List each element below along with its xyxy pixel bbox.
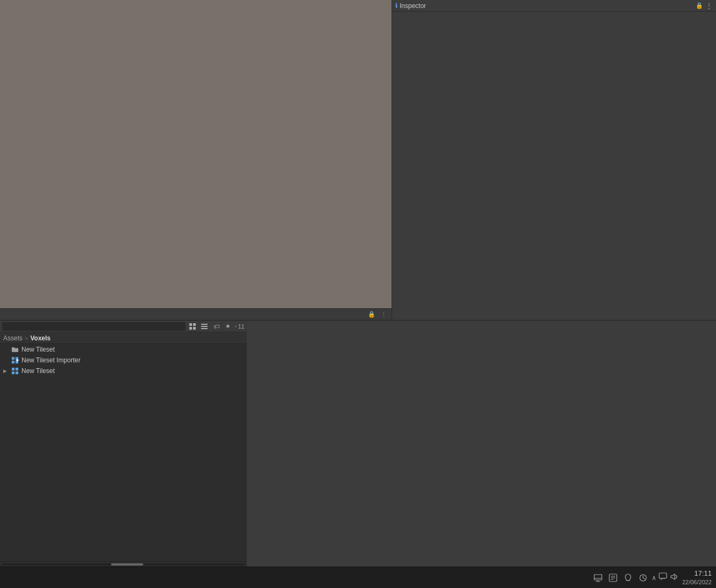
tileset-icon-2 <box>11 356 19 364</box>
svg-rect-0 <box>189 323 192 326</box>
scene-viewport <box>0 0 392 308</box>
svg-rect-15 <box>12 371 14 374</box>
assets-icon-grid[interactable] <box>188 322 197 331</box>
breadcrumb: Assets > Voxels <box>0 332 247 344</box>
clock-time: 17:11 <box>682 569 712 578</box>
clock-date: 22/06/2022 <box>682 578 712 586</box>
folder-icon-1 <box>11 345 19 354</box>
tray-arrow[interactable]: ∧ <box>652 574 656 582</box>
list-item[interactable]: New Tileset <box>0 344 247 355</box>
scene-panel: 🔒 ⋮ <box>0 0 392 320</box>
svg-rect-3 <box>193 327 196 330</box>
svg-rect-4 <box>201 324 208 325</box>
svg-point-8 <box>235 326 236 326</box>
svg-rect-13 <box>12 368 14 370</box>
assets-panel: 🏷 ★ 11 Assets > Voxels <box>0 321 247 567</box>
svg-rect-23 <box>659 573 667 578</box>
bottom-inspector <box>247 321 716 567</box>
assets-icon-eye[interactable]: 11 <box>235 322 245 331</box>
expand-arrow-3[interactable]: ▶ <box>3 368 9 374</box>
svg-rect-14 <box>16 368 18 370</box>
inspector-panel: ℹ Inspector 🔒 ⋮ <box>392 0 716 320</box>
taskbar-icons <box>593 572 648 583</box>
taskbar-icon-4 <box>638 572 648 583</box>
main-container: 🔒 ⋮ ℹ Inspector 🔒 ⋮ <box>0 0 716 588</box>
svg-rect-5 <box>201 326 208 327</box>
file-list: New Tileset New Tileset Impo <box>0 344 247 561</box>
breadcrumb-sep: > <box>25 335 28 341</box>
taskbar: ∧ 17:11 22/06/2022 <box>0 567 716 588</box>
svg-rect-6 <box>201 328 208 329</box>
breadcrumb-voxels[interactable]: Voxels <box>30 334 50 342</box>
list-item[interactable]: New Tileset Importer <box>0 355 247 366</box>
inspector-title-left: ℹ Inspector <box>395 2 426 10</box>
list-item[interactable]: ▶ New Tileset <box>0 366 247 376</box>
tray-volume[interactable] <box>669 572 678 583</box>
scroll-track[interactable] <box>2 563 245 565</box>
inspector-more-icon[interactable]: ⋮ <box>705 2 713 10</box>
inspector-info-icon: ℹ <box>395 2 397 9</box>
svg-rect-10 <box>16 357 18 360</box>
taskbar-icon-3 <box>623 572 633 583</box>
inspector-header: ℹ Inspector 🔒 ⋮ <box>392 0 716 12</box>
svg-rect-9 <box>12 357 14 360</box>
inspector-title: Inspector <box>400 2 426 10</box>
svg-rect-1 <box>193 323 196 326</box>
svg-rect-2 <box>189 327 192 330</box>
scene-toolbar-lock[interactable]: 🔒 <box>367 310 377 319</box>
scroll-thumb[interactable] <box>111 563 143 565</box>
inspector-body <box>392 12 716 320</box>
breadcrumb-assets[interactable]: Assets <box>3 334 23 342</box>
assets-icon-star[interactable]: ★ <box>223 322 233 331</box>
taskbar-clock: 17:11 22/06/2022 <box>682 569 712 586</box>
assets-search-input[interactable] <box>2 322 186 331</box>
taskbar-icon-2 <box>608 572 618 583</box>
scene-toolbar: 🔒 ⋮ <box>0 308 392 320</box>
assets-icon-list[interactable] <box>200 322 209 331</box>
inspector-title-icons: 🔒 ⋮ <box>696 2 713 10</box>
top-area: 🔒 ⋮ ℹ Inspector 🔒 ⋮ <box>0 0 716 320</box>
scene-toolbar-more[interactable]: ⋮ <box>379 310 388 319</box>
svg-rect-16 <box>16 371 18 374</box>
assets-count: 11 <box>238 323 245 330</box>
assets-toolbar: 🏷 ★ 11 <box>0 321 247 332</box>
assets-icon-tag[interactable]: 🏷 <box>211 322 221 331</box>
taskbar-tray: ∧ <box>652 572 678 583</box>
file-name-1: New Tileset <box>21 346 55 353</box>
file-name-2: New Tileset Importer <box>21 356 80 364</box>
inspector-lock-icon[interactable]: 🔒 <box>696 2 703 9</box>
tileset-icon-3 <box>11 367 19 375</box>
bottom-area: 🏷 ★ 11 Assets > Voxels <box>0 320 716 567</box>
taskbar-icon-1 <box>593 572 603 583</box>
svg-rect-12 <box>16 361 18 363</box>
tray-chat <box>659 572 667 583</box>
taskbar-system: ∧ 17:11 22/06/2022 <box>652 569 712 586</box>
assets-scrollbar[interactable] <box>0 561 247 567</box>
file-name-3: New Tileset <box>21 367 55 375</box>
svg-rect-11 <box>12 361 14 363</box>
